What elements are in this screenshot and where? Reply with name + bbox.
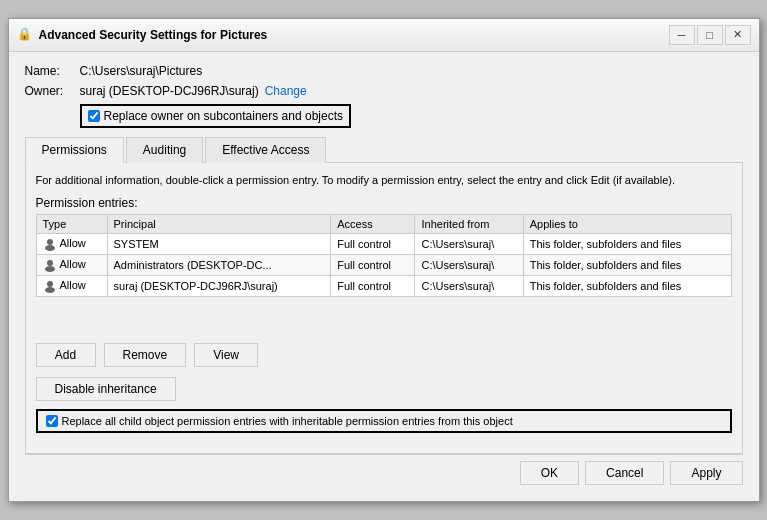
disable-inheritance-button[interactable]: Disable inheritance — [36, 377, 176, 401]
dialog-buttons-row: OK Cancel Apply — [25, 454, 743, 489]
minimize-button[interactable]: ─ — [669, 25, 695, 45]
table-cell-1: suraj (DESKTOP-DCJ96RJ\suraj) — [107, 276, 331, 297]
owner-label: Owner: — [25, 84, 80, 98]
permission-table: Type Principal Access Inherited from App… — [36, 214, 732, 297]
svg-point-2 — [47, 260, 53, 266]
title-bar-controls: ─ □ ✕ — [669, 25, 751, 45]
table-row[interactable]: AllowSYSTEMFull controlC:\Users\suraj\Th… — [36, 234, 731, 255]
svg-point-4 — [47, 281, 53, 287]
tab-content-permissions: For additional information, double-click… — [25, 163, 743, 455]
table-cell-3: C:\Users\suraj\ — [415, 276, 523, 297]
svg-point-1 — [45, 245, 55, 251]
replace-child-checkbox[interactable] — [46, 415, 58, 427]
replace-child-text: Replace all child object permission entr… — [62, 415, 513, 427]
disable-inheritance-row: Disable inheritance — [36, 377, 732, 401]
title-bar: 🔒 Advanced Security Settings for Picture… — [9, 19, 759, 52]
apply-button[interactable]: Apply — [670, 461, 742, 485]
table-header-row: Type Principal Access Inherited from App… — [36, 215, 731, 234]
main-window: 🔒 Advanced Security Settings for Picture… — [8, 18, 760, 503]
table-row[interactable]: AllowAdministrators (DESKTOP-DC...Full c… — [36, 255, 731, 276]
name-value: C:\Users\suraj\Pictures — [80, 64, 203, 78]
view-button[interactable]: View — [194, 343, 258, 367]
action-buttons-row: Add Remove View — [36, 337, 732, 373]
tab-auditing[interactable]: Auditing — [126, 137, 203, 163]
table-cell-4: This folder, subfolders and files — [523, 255, 731, 276]
table-cell-0: Allow — [36, 255, 107, 276]
owner-row: Owner: suraj (DESKTOP-DCJ96RJ\suraj) Cha… — [25, 84, 743, 98]
col-applies: Applies to — [523, 215, 731, 234]
table-cell-0: Allow — [36, 276, 107, 297]
col-type: Type — [36, 215, 107, 234]
remove-button[interactable]: Remove — [104, 343, 187, 367]
table-cell-3: C:\Users\suraj\ — [415, 255, 523, 276]
permission-entries-label: Permission entries: — [36, 196, 732, 210]
close-button[interactable]: ✕ — [725, 25, 751, 45]
table-cell-4: This folder, subfolders and files — [523, 234, 731, 255]
name-row: Name: C:\Users\suraj\Pictures — [25, 64, 743, 78]
col-access: Access — [331, 215, 415, 234]
content-area: Name: C:\Users\suraj\Pictures Owner: sur… — [9, 52, 759, 502]
table-cell-2: Full control — [331, 234, 415, 255]
table-row[interactable]: Allowsuraj (DESKTOP-DCJ96RJ\suraj)Full c… — [36, 276, 731, 297]
svg-point-0 — [47, 239, 53, 245]
replace-owner-row: Replace owner on subcontainers and objec… — [80, 104, 743, 128]
window-icon: 🔒 — [17, 27, 33, 43]
maximize-button[interactable]: □ — [697, 25, 723, 45]
table-cell-1: Administrators (DESKTOP-DC... — [107, 255, 331, 276]
table-cell-2: Full control — [331, 276, 415, 297]
table-cell-0: Allow — [36, 234, 107, 255]
cancel-button[interactable]: Cancel — [585, 461, 664, 485]
col-inherited: Inherited from — [415, 215, 523, 234]
col-principal: Principal — [107, 215, 331, 234]
table-cell-3: C:\Users\suraj\ — [415, 234, 523, 255]
owner-value: suraj (DESKTOP-DCJ96RJ\suraj) — [80, 84, 259, 98]
table-cell-2: Full control — [331, 255, 415, 276]
replace-owner-checkbox-label[interactable]: Replace owner on subcontainers and objec… — [80, 104, 351, 128]
table-cell-4: This folder, subfolders and files — [523, 276, 731, 297]
name-label: Name: — [25, 64, 80, 78]
tab-permissions[interactable]: Permissions — [25, 137, 124, 163]
add-button[interactable]: Add — [36, 343, 96, 367]
replace-owner-text: Replace owner on subcontainers and objec… — [104, 109, 343, 123]
svg-point-5 — [45, 287, 55, 293]
window-title: Advanced Security Settings for Pictures — [39, 28, 669, 42]
change-owner-link[interactable]: Change — [265, 84, 307, 98]
svg-point-3 — [45, 266, 55, 272]
table-cell-1: SYSTEM — [107, 234, 331, 255]
table-spacer — [36, 297, 732, 327]
tabs-bar: Permissions Auditing Effective Access — [25, 136, 743, 163]
ok-button[interactable]: OK — [520, 461, 579, 485]
info-text: For additional information, double-click… — [36, 173, 732, 188]
replace-owner-checkbox[interactable] — [88, 110, 100, 122]
tab-effective-access[interactable]: Effective Access — [205, 137, 326, 163]
replace-child-checkbox-label[interactable]: Replace all child object permission entr… — [36, 409, 732, 433]
